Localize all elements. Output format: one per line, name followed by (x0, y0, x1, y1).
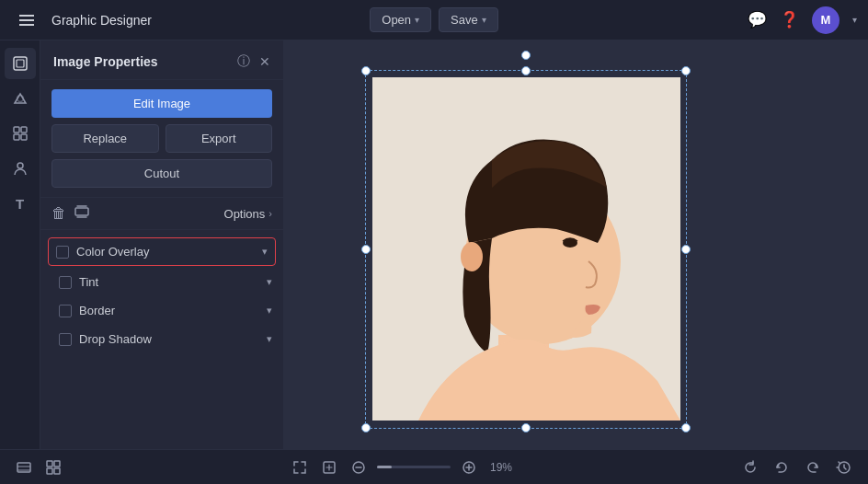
grid-icon (45, 459, 62, 476)
history-button[interactable] (833, 456, 855, 478)
grid-button[interactable] (42, 456, 64, 478)
handle-top-right[interactable] (681, 66, 691, 75)
canvas-area[interactable] (284, 40, 868, 449)
zoom-slider[interactable] (377, 466, 451, 468)
handle-bottom-middle[interactable] (521, 423, 531, 432)
svg-rect-5 (14, 134, 19, 140)
replace-button[interactable]: Replace (51, 124, 159, 153)
redo-button[interactable] (802, 456, 824, 478)
svg-rect-0 (14, 57, 27, 70)
tint-checkbox[interactable] (59, 276, 72, 289)
handle-middle-right[interactable] (681, 245, 691, 254)
border-label: Border (79, 304, 259, 317)
export-button[interactable]: Export (166, 124, 273, 153)
save-button[interactable]: Save ▾ (439, 7, 498, 32)
menu-button[interactable] (11, 5, 42, 36)
select-tool-button[interactable] (5, 48, 36, 79)
layers-icon (74, 203, 90, 220)
avatar-chevron-icon[interactable]: ▾ (852, 15, 857, 25)
undo-icon (773, 459, 790, 476)
handle-bottom-left[interactable] (361, 423, 371, 432)
actual-size-button[interactable] (318, 456, 340, 478)
people-icon (12, 160, 29, 177)
reset-icon (742, 459, 759, 476)
svg-point-13 (461, 242, 483, 271)
topbar-left: Graphic Designer (11, 5, 370, 36)
canvas-bg (337, 52, 816, 438)
rotate-handle[interactable] (521, 51, 531, 60)
reset-button[interactable] (739, 456, 761, 478)
panel-toolbar: 🗑 Options › (40, 198, 283, 230)
properties-panel: Image Properties ⓘ ✕ Edit Image Replace … (40, 40, 284, 449)
close-panel-button[interactable]: ✕ (259, 54, 270, 69)
tint-chevron-icon: ▾ (267, 276, 272, 288)
layers-panel-button[interactable] (13, 456, 35, 478)
svg-rect-18 (47, 468, 52, 474)
delete-icon-button[interactable]: 🗑 (51, 205, 66, 222)
border-row[interactable]: Border ▾ (40, 296, 283, 325)
panel-header-icons: ⓘ ✕ (237, 53, 270, 70)
svg-rect-4 (21, 127, 27, 133)
zoom-in-button[interactable] (458, 456, 480, 478)
open-button[interactable]: Open ▾ (370, 7, 431, 32)
options-label: Options (224, 207, 266, 221)
color-overlay-checkbox[interactable] (56, 246, 69, 259)
panel-header: Image Properties ⓘ ✕ (40, 40, 283, 80)
bottom-left (13, 456, 64, 478)
chat-icon-button[interactable]: 💬 (748, 10, 767, 29)
svg-point-7 (17, 163, 23, 168)
layout-tool-button[interactable] (5, 118, 36, 149)
svg-rect-17 (54, 461, 60, 467)
options-row[interactable]: Options › (224, 207, 272, 221)
svg-rect-8 (75, 208, 88, 215)
cutout-button[interactable]: Cutout (51, 159, 272, 188)
border-checkbox[interactable] (59, 305, 72, 317)
zoom-value: 19% (487, 461, 515, 474)
color-overlay-chevron-icon: ▾ (262, 246, 268, 258)
child-image-svg (372, 77, 680, 421)
svg-rect-3 (14, 127, 19, 133)
drop-shadow-checkbox[interactable] (59, 333, 72, 346)
zoom-out-icon (350, 459, 367, 476)
tint-row[interactable]: Tint ▾ (40, 268, 283, 296)
handle-top-middle[interactable] (521, 66, 531, 75)
hamburger-icon (19, 15, 34, 26)
undo-button[interactable] (771, 456, 793, 478)
layers-icon-button[interactable] (74, 203, 90, 224)
help-icon-button[interactable]: ❓ (780, 10, 799, 29)
text-tool-button[interactable]: T (5, 188, 36, 219)
handle-top-left[interactable] (361, 66, 371, 75)
drop-shadow-chevron-icon: ▾ (267, 333, 272, 345)
svg-rect-6 (21, 134, 27, 140)
edit-image-button[interactable]: Edit Image (51, 89, 272, 118)
drop-shadow-label: Drop Shadow (79, 332, 259, 346)
color-overlay-row[interactable]: Color Overlay ▾ (48, 237, 276, 266)
drop-shadow-row[interactable]: Drop Shadow ▾ (40, 325, 283, 353)
shapes-icon (12, 90, 29, 107)
color-overlay-label: Color Overlay (76, 245, 255, 259)
topbar-center: Open ▾ Save ▾ (370, 7, 497, 32)
history-icon (836, 459, 852, 476)
redo-icon (805, 459, 821, 476)
handle-bottom-right[interactable] (681, 423, 691, 432)
actual-size-icon (321, 459, 337, 476)
avatar[interactable]: M (812, 6, 839, 34)
shapes-tool-button[interactable] (5, 83, 36, 114)
bottom-bar: 19% (0, 449, 868, 484)
text-icon: T (16, 196, 24, 212)
info-icon-button[interactable]: ⓘ (237, 53, 250, 70)
zoom-out-button[interactable] (348, 456, 370, 478)
handle-middle-left[interactable] (361, 245, 371, 254)
topbar: Graphic Designer Open ▾ Save ▾ 💬 ❓ M ▾ (0, 0, 868, 40)
bottom-right (739, 456, 855, 478)
image-canvas (372, 77, 680, 421)
fit-screen-button[interactable] (289, 456, 311, 478)
select-icon (12, 55, 29, 72)
panel-actions: Edit Image Replace Export Cutout (40, 80, 283, 198)
bottom-center: 19% (289, 456, 515, 478)
tool-sidebar: T (0, 40, 40, 449)
border-chevron-icon: ▾ (267, 305, 272, 317)
people-tool-button[interactable] (5, 153, 36, 184)
svg-rect-19 (54, 468, 60, 474)
main-area: T Image Properties ⓘ ✕ Edit Image Replac… (0, 40, 868, 449)
